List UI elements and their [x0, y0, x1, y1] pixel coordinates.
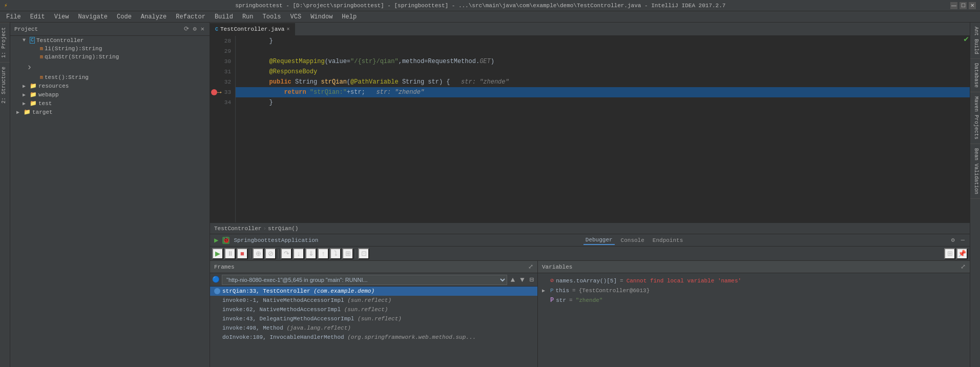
close-button[interactable]: ✕	[969, 2, 976, 9]
var-eq-1: =	[572, 288, 576, 294]
var-item-str[interactable]: P str = "zhende"	[538, 295, 970, 305]
var-eq-2: =	[569, 297, 573, 303]
tree-label-testcontroller: TestController	[36, 37, 84, 44]
line-29: 29	[210, 46, 235, 56]
frame-item-1[interactable]: invoke0:-1, NativeMethodAccessorImpl (su…	[210, 296, 537, 305]
var-item-names[interactable]: ⊘ names.toArray()[5] = Cannot find local…	[538, 275, 970, 286]
frame-item-5[interactable]: doInvoke:189, InvocableHandlerMethod (or…	[210, 333, 537, 342]
debug-tab-debugger[interactable]: Debugger	[583, 236, 615, 245]
tree-item-qianstr[interactable]: m qianStr(String):String	[10, 53, 210, 61]
right-tab-maven[interactable]: Maven Projects	[970, 92, 980, 144]
tree-expand-1[interactable]: ›	[10, 61, 210, 73]
app-icon: ⚡	[4, 2, 8, 9]
var-expand-1[interactable]: ▶	[542, 288, 548, 294]
tab-close-button[interactable]: ×	[286, 27, 289, 32]
title-text: springboottest - [D:\project\springboott…	[11, 3, 950, 9]
main-layout: 1: Project 2: Structure Project ⟳ ⚙ ✕ ▼ …	[0, 23, 980, 367]
menu-refactor[interactable]: Refactor	[172, 12, 210, 22]
thread-up-button[interactable]: ▲	[509, 275, 516, 284]
frame-item-0[interactable]: strQian:33, TestController (com.example.…	[210, 287, 537, 296]
tree-item-test-folder[interactable]: ▶ 📁 test	[10, 99, 210, 108]
project-sync-icon[interactable]: ⟳	[183, 25, 190, 33]
code-content[interactable]: } @RequestMapping(value="/{str}/qian",me…	[236, 36, 970, 222]
debug-settings-icon[interactable]: ⚙	[950, 236, 956, 244]
debug-minimize-icon[interactable]: —	[960, 236, 966, 244]
menu-navigate[interactable]: Navigate	[74, 12, 112, 22]
debug-view-breakpoints[interactable]: ⊕	[253, 248, 264, 259]
right-tab-antbuild[interactable]: Ant Build	[970, 23, 980, 59]
project-settings-icon[interactable]: ⚙	[192, 25, 198, 33]
editor-checkmark: ✔	[964, 34, 969, 44]
variables-title: Variables	[542, 264, 961, 270]
tree-label-resources: resources	[38, 83, 69, 89]
toolbar-sep1	[250, 249, 251, 258]
sidebar-tab-project[interactable]: 1: Project	[0, 23, 10, 62]
frame-label-4: invoke:498, Method (java.lang.reflect)	[222, 325, 351, 331]
tree-item-resources[interactable]: ▶ 📁 resources	[10, 81, 210, 90]
variables-expand-icon[interactable]: ⤢	[961, 263, 966, 271]
debug-force-step-into-button[interactable]: ⇓	[305, 248, 317, 259]
tree-item-li[interactable]: m li(String):String	[10, 45, 210, 53]
var-name-0: names.toArray()[5]	[556, 278, 617, 284]
frame-label-5: doInvoke:189, InvocableHandlerMethod (or…	[222, 334, 476, 340]
code-line-29	[236, 46, 970, 56]
debug-pin-icon[interactable]: 📌	[956, 248, 968, 259]
frame-label-3: invoke:43, DelegatingMethodAccessorImpl …	[222, 316, 402, 322]
tree-item-testcontroller[interactable]: ▼ C TestController	[10, 36, 210, 45]
frames-list: strQian:33, TestController (com.example.…	[210, 287, 537, 367]
debug-step-over-button[interactable]: ↷	[281, 248, 292, 259]
menu-file[interactable]: File	[2, 12, 25, 22]
thread-dropdown[interactable]: "http-nio-8080-exec-1"@5,645 in group "m…	[222, 275, 507, 285]
tab-testcontroller[interactable]: C TestController.java ×	[210, 23, 295, 35]
debug-mute-breakpoints[interactable]: ⊘	[265, 248, 276, 259]
debug-resume-button[interactable]: ▶	[212, 248, 223, 259]
debug-layout-icon[interactable]: ⊞	[944, 248, 955, 259]
frame-item-3[interactable]: invoke:43, DelegatingMethodAccessorImpl …	[210, 314, 537, 323]
tree-item-target[interactable]: ▶ 📁 target	[10, 108, 210, 116]
thread-filter-icon[interactable]: ⊟	[528, 275, 535, 284]
debug-stop-button[interactable]: ■	[237, 248, 248, 259]
minimize-button[interactable]: —	[950, 2, 957, 9]
menu-window[interactable]: Window	[306, 12, 337, 22]
var-name-2: str	[556, 297, 566, 303]
debug-run-to-cursor-button[interactable]: ⤵	[330, 248, 341, 259]
frame-item-4[interactable]: invoke:498, Method (java.lang.reflect)	[210, 323, 537, 333]
menu-tools[interactable]: Tools	[259, 12, 285, 22]
debug-run-icon[interactable]: ▶	[214, 236, 218, 244]
folder-icon-webapp: 📁	[30, 91, 37, 98]
maximize-button[interactable]: ☐	[960, 2, 967, 9]
thread-selector: 🔵 "http-nio-8080-exec-1"@5,645 in group …	[210, 273, 537, 287]
menu-help[interactable]: Help	[338, 12, 361, 22]
debug-tab-console[interactable]: Console	[619, 236, 647, 244]
right-tab-beanvalidation[interactable]: Bean Validation	[970, 144, 980, 199]
frame-item-2[interactable]: invoke:62, NativeMethodAccessorImpl (sun…	[210, 305, 537, 314]
menu-analyze[interactable]: Analyze	[137, 12, 171, 22]
variables-list: ⊘ names.toArray()[5] = Cannot find local…	[538, 273, 970, 367]
var-item-this[interactable]: ▶ P this = {TestController@6013}	[538, 286, 970, 295]
menu-view[interactable]: View	[50, 12, 73, 22]
menu-build[interactable]: Build	[211, 12, 237, 22]
menu-run[interactable]: Run	[238, 12, 258, 22]
project-hide-icon[interactable]: ✕	[200, 25, 205, 33]
debug-step-out-button[interactable]: ↑	[318, 248, 329, 259]
breadcrumb-method[interactable]: strQian()	[268, 226, 298, 232]
menu-edit[interactable]: Edit	[26, 12, 49, 22]
sidebar-tab-structure[interactable]: 2: Structure	[0, 62, 10, 108]
debug-pause-button[interactable]: ⏸	[224, 248, 236, 259]
menu-code[interactable]: Code	[113, 12, 136, 22]
debug-tab-endpoints[interactable]: Endpoints	[651, 236, 685, 244]
menu-vcs[interactable]: VCS	[286, 12, 306, 22]
debug-frames-icon[interactable]: ⊡	[358, 248, 369, 259]
debug-evaluate-button[interactable]: ⊞	[342, 248, 353, 259]
method-icon: m	[40, 46, 43, 52]
right-tab-database[interactable]: Database	[970, 59, 980, 92]
breadcrumb-class[interactable]: TestController	[214, 226, 261, 232]
tree-item-test[interactable]: m test():String	[10, 73, 210, 81]
frames-expand-icon[interactable]: ⤢	[528, 263, 533, 271]
variables-header: Variables ⤢	[538, 261, 970, 273]
debug-header: ▶ 🐞 SpringboottestApplication Debugger C…	[210, 234, 970, 247]
thread-down-button[interactable]: ▼	[518, 275, 526, 284]
tree-item-webapp[interactable]: ▶ 📁 webapp	[10, 90, 210, 99]
line-33: → 33	[210, 87, 235, 97]
debug-step-into-button[interactable]: ↓	[293, 248, 304, 259]
